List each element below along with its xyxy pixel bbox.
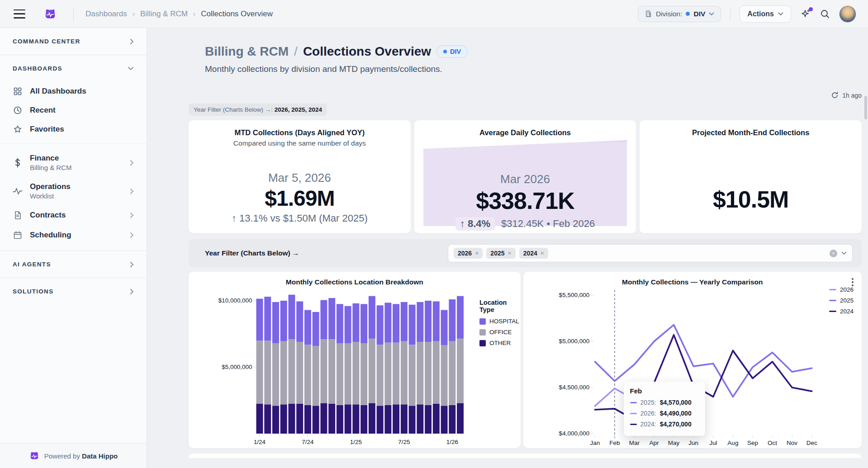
bar-segment-other-6-25[interactable] (393, 404, 399, 434)
bar-segment-office-11-24[interactable] (337, 343, 343, 405)
bar-segment-office-3-25[interactable] (369, 339, 375, 403)
sidebar-item-command-center[interactable]: COMMAND CENTER (0, 28, 147, 55)
bar-segment-hospital-5-24[interactable] (288, 295, 295, 339)
sidebar-section-dashboards[interactable]: DASHBOARDS (0, 55, 147, 82)
bar-segment-hospital-9-24[interactable] (320, 300, 327, 340)
legend-item-2024[interactable]: 2024 (829, 308, 854, 315)
bar-segment-office-1-26[interactable] (449, 341, 455, 405)
bar-segment-other-5-25[interactable] (384, 405, 391, 434)
bar-segment-office-10-25[interactable] (425, 342, 432, 405)
bar-segment-office-8-25[interactable] (409, 345, 416, 406)
sidebar-item-all-dashboards[interactable]: All Dashboards (0, 82, 147, 101)
bar-segment-hospital-1-24[interactable] (256, 299, 263, 341)
bar-segment-other-1-26[interactable] (449, 405, 455, 434)
year-filter-select[interactable]: 2026×2025×2024× × (448, 244, 853, 262)
bar-segment-other-5-24[interactable] (288, 404, 295, 434)
bar-segment-hospital-2-24[interactable] (264, 297, 271, 340)
bar-segment-other-9-25[interactable] (417, 404, 423, 434)
legend-item-other[interactable]: OTHER (479, 340, 521, 346)
legend-item-2026[interactable]: 2026 (829, 286, 854, 293)
bar-segment-office-4-24[interactable] (280, 341, 287, 405)
bar-segment-office-6-25[interactable] (393, 343, 399, 405)
bar-segment-office-8-24[interactable] (313, 346, 319, 406)
bar-segment-office-11-25[interactable] (433, 341, 440, 404)
bar-segment-other-7-24[interactable] (304, 405, 311, 434)
bar-segment-other-3-24[interactable] (272, 406, 279, 434)
bar-segment-hospital-7-24[interactable] (304, 310, 311, 345)
bar-segment-office-4-25[interactable] (377, 345, 384, 406)
bar-segment-other-4-24[interactable] (280, 404, 287, 434)
bar-segment-hospital-1-26[interactable] (449, 299, 455, 341)
bar-segment-office-1-24[interactable] (256, 340, 263, 404)
chevron-down-icon[interactable] (841, 251, 847, 255)
bar-segment-hospital-4-25[interactable] (377, 305, 384, 345)
bar-segment-office-2-24[interactable] (264, 340, 271, 404)
bar-segment-other-2-26[interactable] (457, 403, 464, 434)
app-logo-icon[interactable] (43, 7, 57, 21)
ai-sparkles-button[interactable] (800, 9, 811, 19)
breadcrumb-dashboards[interactable]: Dashboards (85, 9, 127, 19)
bar-segment-other-2-24[interactable] (264, 404, 271, 434)
bar-segment-office-1-25[interactable] (352, 342, 359, 404)
sidebar-item-recent[interactable]: Recent (0, 101, 147, 120)
bar-segment-other-8-25[interactable] (409, 406, 416, 434)
bar-segment-office-2-26[interactable] (457, 339, 464, 403)
bar-segment-hospital-2-26[interactable] (457, 296, 464, 339)
bar-segment-other-2-25[interactable] (360, 405, 367, 434)
legend-item-office[interactable]: OFFICE (479, 329, 521, 336)
sidebar-item-favorites[interactable]: Favorites (0, 120, 147, 139)
bar-segment-office-9-25[interactable] (417, 342, 423, 404)
sidebar-item-ai-agents[interactable]: AI AGENTS (0, 251, 147, 278)
bar-segment-office-12-24[interactable] (345, 343, 351, 404)
bar-segment-hospital-3-25[interactable] (369, 296, 375, 339)
bar-segment-office-12-25[interactable] (441, 345, 448, 406)
bar-segment-other-11-25[interactable] (433, 404, 440, 434)
bar-segment-hospital-1-25[interactable] (352, 303, 359, 342)
sidebar-item-contracts[interactable]: Contracts (0, 205, 147, 225)
bar-segment-other-1-24[interactable] (256, 404, 263, 434)
division-selector[interactable]: Division: DIV (638, 6, 721, 22)
bar-segment-hospital-12-24[interactable] (345, 306, 351, 343)
bar-segment-other-3-25[interactable] (369, 403, 375, 434)
sidebar-item-operations[interactable]: OperationsWorklist (0, 177, 147, 205)
bar-segment-hospital-3-24[interactable] (272, 302, 279, 343)
clear-all-icon[interactable]: × (830, 250, 837, 257)
bar-segment-other-6-24[interactable] (296, 404, 303, 434)
sidebar-item-finance[interactable]: FinanceBilling & RCM (0, 148, 147, 177)
bar-segment-other-7-25[interactable] (401, 404, 408, 434)
breadcrumb-billing-rcm[interactable]: Billing & RCM (140, 9, 188, 19)
bar-segment-office-7-24[interactable] (304, 345, 311, 405)
bar-segment-hospital-4-24[interactable] (280, 301, 287, 341)
bar-segment-other-12-25[interactable] (441, 406, 448, 434)
bar-segment-other-11-24[interactable] (337, 405, 343, 434)
bar-segment-other-8-24[interactable] (313, 406, 319, 434)
bar-segment-office-2-25[interactable] (360, 343, 367, 405)
bar-segment-hospital-8-25[interactable] (409, 305, 416, 345)
bar-segment-office-5-24[interactable] (288, 339, 295, 404)
remove-chip-icon[interactable]: × (475, 250, 479, 257)
bar-segment-office-3-24[interactable] (272, 343, 279, 406)
bar-segment-other-12-24[interactable] (345, 404, 351, 434)
bar-segment-other-10-25[interactable] (425, 405, 432, 434)
sidebar-item-solutions[interactable]: SOLUTIONS (0, 278, 147, 305)
bar-segment-other-4-25[interactable] (377, 406, 384, 434)
year-chip-2025[interactable]: 2025× (486, 248, 515, 259)
bar-segment-office-6-24[interactable] (296, 342, 303, 404)
bar-segment-hospital-8-24[interactable] (313, 312, 319, 346)
refresh-icon[interactable] (831, 91, 839, 99)
bar-segment-hospital-11-25[interactable] (433, 301, 440, 341)
sidebar-item-scheduling[interactable]: Scheduling (0, 225, 147, 245)
scrollbar-thumb[interactable] (864, 96, 867, 119)
bar-segment-office-10-24[interactable] (328, 339, 335, 404)
legend-item-2025[interactable]: 2025 (829, 297, 854, 304)
bar-segment-hospital-7-25[interactable] (401, 302, 408, 341)
bar-segment-other-9-24[interactable] (320, 403, 327, 434)
bar-segment-hospital-10-24[interactable] (328, 298, 335, 339)
bar-segment-office-5-25[interactable] (384, 343, 391, 405)
search-button[interactable] (820, 9, 830, 19)
bar-segment-office-7-25[interactable] (401, 341, 408, 405)
bar-segment-other-1-25[interactable] (352, 404, 359, 434)
menu-icon[interactable] (14, 9, 25, 19)
bar-segment-office-9-24[interactable] (320, 339, 327, 403)
bar-segment-hospital-9-25[interactable] (417, 302, 423, 342)
